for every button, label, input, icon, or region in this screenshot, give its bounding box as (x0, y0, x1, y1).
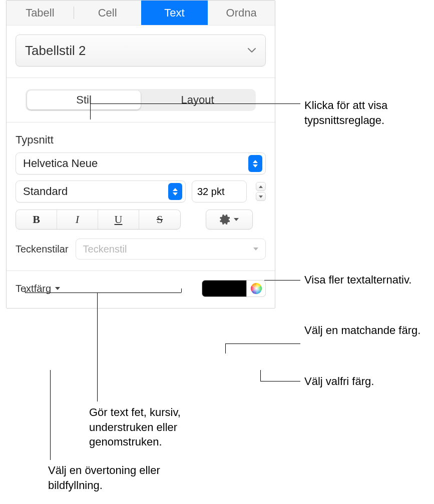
strikethrough-button[interactable]: S (139, 210, 180, 229)
tab-table[interactable]: Tabell (7, 0, 74, 25)
paragraph-style-label: Tabellstil 2 (25, 43, 86, 58)
font-size-up-button[interactable] (256, 182, 266, 191)
color-wheel-button[interactable] (247, 280, 266, 297)
inspector-tab-bar: Tabell Cell Text Ordna (7, 0, 275, 26)
select-stepper-icon (168, 183, 182, 200)
underline-button[interactable]: U (98, 210, 139, 229)
select-stepper-icon (248, 155, 262, 172)
panel-body: Tabellstil 2 Stil Layout Typsnitt Helvet… (7, 26, 275, 308)
font-size-field[interactable]: 32 pkt (192, 180, 247, 202)
italic-button[interactable]: I (57, 210, 98, 229)
tab-arrange[interactable]: Ordna (208, 0, 275, 25)
callout-any-color: Välj valfri färg. (304, 374, 429, 389)
format-inspector-panel: Tabell Cell Text Ordna Tabellstil 2 Stil… (6, 0, 275, 308)
font-size-value: 32 pkt (197, 186, 224, 198)
font-section-label: Typsnitt (16, 134, 266, 146)
divider (7, 270, 275, 271)
color-wheel-icon (251, 283, 262, 294)
callout-match-color: Välj en matchande färg. (304, 323, 429, 338)
tab-text[interactable]: Text (141, 0, 208, 25)
divider (7, 78, 275, 78)
segment-layout[interactable]: Layout (141, 90, 254, 110)
paragraph-style-select[interactable]: Tabellstil 2 (16, 34, 266, 66)
text-style-group: B I U S (16, 210, 181, 230)
font-size-stepper (256, 180, 266, 202)
character-style-placeholder: Teckenstil (83, 244, 253, 255)
font-weight-select[interactable]: Standard (16, 180, 186, 202)
character-styles-label: Teckenstilar (16, 244, 69, 255)
font-weight-value: Standard (23, 185, 168, 198)
chevron-down-icon (55, 287, 60, 290)
more-text-options-button[interactable] (206, 210, 253, 230)
chevron-down-icon (234, 218, 239, 221)
segment-style[interactable]: Stil (27, 90, 141, 110)
gear-icon (220, 214, 231, 225)
chevron-down-icon (253, 248, 258, 250)
font-family-select[interactable]: Helvetica Neue (16, 152, 266, 174)
divider (7, 122, 275, 122)
font-size-down-button[interactable] (256, 192, 266, 201)
style-layout-segmented: Stil Layout (26, 89, 256, 111)
chevron-down-icon (247, 46, 256, 55)
callout-gradient: Välj en övertoning eller bildfyllning. (48, 463, 198, 492)
font-family-value: Helvetica Neue (23, 157, 248, 170)
bold-button[interactable]: B (16, 210, 57, 229)
svg-point-0 (251, 283, 262, 294)
callout-font-controls: Klicka för att visa typsnittsreglage. (304, 98, 429, 128)
callout-bius: Gör text fet, kursiv, understruken eller… (89, 405, 239, 450)
text-color-controls (202, 280, 266, 297)
character-style-select[interactable]: Teckenstil (76, 238, 266, 260)
tab-cell[interactable]: Cell (74, 0, 141, 25)
text-color-swatch[interactable] (202, 280, 247, 297)
callout-more-text: Visa fler textalternativ. (304, 272, 429, 288)
